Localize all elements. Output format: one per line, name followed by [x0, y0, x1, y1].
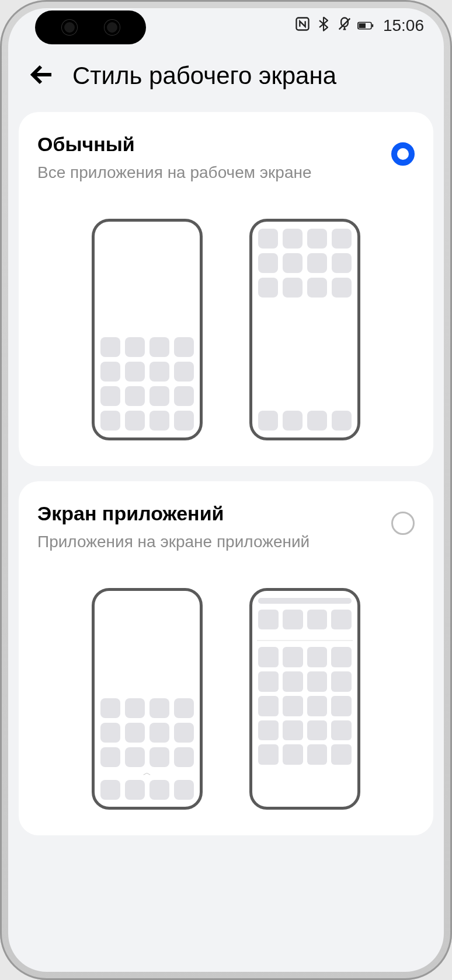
option-standard[interactable]: Обычный Все приложения на рабочем экране: [19, 112, 433, 466]
option-standard-title: Обычный: [37, 133, 380, 156]
device-frame: 15:06 Стиль рабочего экрана Обычный Все …: [0, 0, 452, 980]
preview-phone: [249, 588, 360, 810]
svg-rect-4: [372, 24, 373, 27]
preview-phone: [92, 219, 203, 440]
nfc-icon: [294, 16, 311, 36]
status-icons: [294, 16, 374, 36]
status-time: 15:06: [383, 16, 424, 35]
option-drawer-title: Экран приложений: [37, 502, 380, 525]
app-header: Стиль рабочего экрана: [8, 43, 444, 112]
mute-icon: [336, 16, 353, 36]
bluetooth-icon: [315, 16, 332, 36]
screen: 15:06 Стиль рабочего экрана Обычный Все …: [8, 8, 444, 972]
back-button[interactable]: [28, 61, 56, 91]
option-drawer-previews: ︿: [37, 588, 415, 810]
search-bar-placeholder: [258, 598, 352, 604]
camera-lens: [105, 20, 120, 35]
chevron-up-icon: ︿: [100, 769, 194, 776]
preview-phone: ︿: [92, 588, 203, 810]
svg-rect-3: [359, 23, 366, 28]
preview-phone: [249, 219, 360, 440]
battery-icon: [357, 18, 374, 34]
option-standard-radio[interactable]: [391, 142, 415, 166]
option-standard-previews: [37, 219, 415, 440]
camera-notch: [35, 10, 146, 44]
option-standard-subtitle: Все приложения на рабочем экране: [37, 162, 380, 184]
option-drawer[interactable]: Экран приложений Приложения на экране пр…: [19, 481, 433, 835]
option-drawer-radio[interactable]: [391, 512, 415, 535]
option-drawer-subtitle: Приложения на экране приложений: [37, 531, 380, 553]
page-title: Стиль рабочего экрана: [72, 62, 336, 90]
camera-lens: [62, 20, 77, 35]
